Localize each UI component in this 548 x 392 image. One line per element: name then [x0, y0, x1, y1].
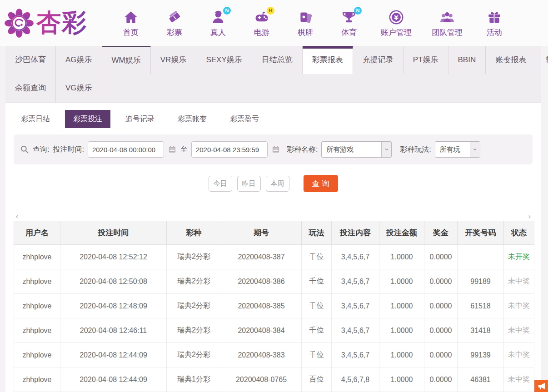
this-week-button[interactable]: 本周 — [266, 176, 289, 192]
nav-item-4[interactable]: H电游 — [250, 9, 274, 38]
main-tab-row1-1[interactable]: 沙巴体育 — [5, 46, 56, 74]
nav-item-label: 团队管理 — [432, 27, 463, 38]
cell-status: 未中奖 — [504, 343, 534, 367]
yesterday-button[interactable]: 昨日 — [237, 176, 261, 192]
nav-item-7[interactable]: ¥账户管理 — [381, 9, 412, 38]
main-tab-row1-3[interactable]: WM娱乐 — [102, 46, 151, 74]
main-tab-row1-7[interactable]: 彩票报表 — [303, 46, 353, 74]
chevron-down-icon — [381, 142, 391, 157]
bet-time-to-input[interactable] — [191, 141, 268, 158]
main-content: 沙巴体育AG娱乐WM娱乐VR娱乐SEXY娱乐日结总览彩票报表充提记录PT娱乐BB… — [5, 46, 541, 392]
play-select[interactable]: 所有玩法 — [435, 141, 480, 158]
cell-content: 3,4,5,6,7 — [332, 269, 379, 294]
main-tab-row1-6[interactable]: 日结总览 — [252, 46, 303, 74]
cell-play: 千位 — [302, 318, 332, 343]
main-tab-row-2: 余额查询VG娱乐 — [5, 74, 541, 102]
cards-icon — [297, 9, 314, 26]
search-panel: 查询: 投注时间: 至 彩种名称: 所有游戏 彩种玩法: 所有玩法 — [14, 134, 533, 164]
table-body: zhhplove2020-04-08 12:52:12瑞典2分彩20200408… — [14, 245, 534, 392]
cell-game: 瑞典2分彩 — [167, 294, 221, 318]
cell-content: 3,4,5,6,7 — [332, 318, 379, 343]
team-icon — [438, 9, 456, 26]
table-row: zhhplove2020-04-08 12:48:09瑞典2分彩20200408… — [14, 294, 534, 318]
sub-tab-5[interactable]: 彩票盈亏 — [222, 110, 267, 128]
cell-draw: 99139 — [458, 343, 504, 367]
main-tab-row1-8[interactable]: 充提记录 — [353, 46, 404, 74]
announcement-widget[interactable] — [534, 380, 548, 392]
sub-tab-3[interactable]: 追号记录 — [117, 110, 163, 128]
column-header: 彩种 — [167, 221, 221, 245]
main-tab-row2-1[interactable]: 余额查询 — [5, 74, 56, 102]
cell-play: 千位 — [302, 343, 332, 367]
main-tab-row1-9[interactable]: PT娱乐 — [404, 46, 448, 74]
main-tab-row1-2[interactable]: AG娱乐 — [56, 46, 102, 74]
main-tab-row2-2[interactable]: VG娱乐 — [56, 74, 102, 102]
search-icon — [20, 145, 29, 154]
scroll-left-icon[interactable]: ‹ — [16, 213, 18, 220]
nav-item-label: 真人 — [210, 27, 226, 38]
sub-tab-4[interactable]: 彩票账变 — [169, 110, 215, 128]
nav-item-9[interactable]: 活动 — [483, 9, 506, 38]
main-tab-row1-10[interactable]: BBIN — [448, 46, 486, 74]
cell-issue: 20200408-0765 — [221, 367, 302, 392]
cell-amount: 1.0000 — [379, 367, 424, 392]
sub-tabbar: 彩票日结彩票投注追号记录彩票账变彩票盈亏 — [5, 103, 541, 132]
nav-item-2[interactable]: 彩票 — [163, 9, 186, 38]
cell-issue: 20200408-383 — [221, 343, 302, 367]
column-header: 奖金 — [424, 221, 458, 245]
game-select-value: 所有游戏 — [322, 142, 381, 157]
sub-tab-1[interactable]: 彩票日结 — [13, 110, 58, 128]
scroll-right-icon[interactable]: › — [528, 213, 531, 220]
cell-user: zhhplove — [14, 343, 60, 367]
calendar-to-icon[interactable] — [271, 145, 280, 154]
brand-logo[interactable]: 杏彩 — [5, 6, 113, 40]
ticket-icon — [166, 9, 183, 26]
bets-table: 用户名投注时间彩种期号玩法投注内容投注金额奖金开奖号码状态 zhhplove20… — [14, 221, 534, 392]
nav-item-3[interactable]: N真人 — [206, 9, 230, 38]
main-tabbar: 沙巴体育AG娱乐WM娱乐VR娱乐SEXY娱乐日结总览彩票报表充提记录PT娱乐BB… — [5, 46, 541, 103]
calendar-from-icon[interactable] — [168, 145, 177, 154]
brand-name: 杏彩 — [36, 6, 87, 40]
cell-game: 瑞典1分彩 — [167, 367, 221, 392]
cell-prize: 0.0000 — [424, 269, 458, 294]
cell-time: 2020-04-08 12:44:09 — [60, 367, 167, 392]
cell-time: 2020-04-08 12:50:08 — [60, 269, 167, 294]
cell-prize: 0.0000 — [424, 343, 458, 367]
main-tab-row-1: 沙巴体育AG娱乐WM娱乐VR娱乐SEXY娱乐日结总览彩票报表充提记录PT娱乐BB… — [5, 46, 541, 74]
cell-amount: 1.0000 — [379, 343, 424, 367]
nav-item-5[interactable]: 棋牌 — [294, 9, 317, 38]
cell-status: 未开奖 — [504, 245, 534, 269]
nav-item-1[interactable]: 首页 — [119, 9, 143, 38]
main-tab-row1-5[interactable]: SEXY娱乐 — [196, 46, 252, 74]
cell-play: 百位 — [302, 367, 332, 392]
table-row: zhhplove2020-04-08 12:50:08瑞典2分彩20200408… — [14, 269, 534, 294]
live-person-icon: N — [209, 9, 227, 26]
column-header: 期号 — [221, 221, 302, 245]
cell-game: 瑞典2分彩 — [167, 343, 221, 367]
nav-badge: N — [223, 7, 231, 15]
nav-item-6[interactable]: N体育 — [337, 9, 361, 38]
game-select[interactable]: 所有游戏 — [321, 141, 392, 158]
query-button[interactable]: 查 询 — [304, 175, 338, 192]
main-tab-row1-11[interactable]: 账变报表 — [486, 46, 536, 74]
today-button[interactable]: 今日 — [209, 176, 232, 192]
cell-game: 瑞典2分彩 — [167, 318, 221, 343]
cell-user: zhhplove — [14, 318, 60, 343]
play-type-label: 彩种玩法: — [400, 145, 431, 154]
cell-status: 未中奖 — [504, 318, 534, 343]
column-header: 用户名 — [14, 221, 60, 245]
cell-prize: 0.0000 — [424, 245, 458, 269]
main-tab-row1-4[interactable]: VR娱乐 — [151, 46, 197, 74]
gift-icon — [486, 9, 503, 26]
column-header: 投注内容 — [332, 221, 379, 245]
nav-item-label: 账户管理 — [381, 27, 412, 38]
nav-item-label: 体育 — [341, 27, 357, 38]
nav-item-8[interactable]: 团队管理 — [432, 9, 463, 38]
main-tab-row1-12[interactable]: 转账报表 — [536, 46, 548, 74]
bet-time-from-input[interactable] — [88, 141, 164, 158]
cell-amount: 1.0000 — [379, 269, 424, 294]
game-name-label: 彩种名称: — [287, 145, 318, 154]
cell-user: zhhplove — [14, 294, 60, 318]
chevron-down-icon — [470, 142, 480, 157]
sub-tab-2[interactable]: 彩票投注 — [65, 110, 110, 128]
